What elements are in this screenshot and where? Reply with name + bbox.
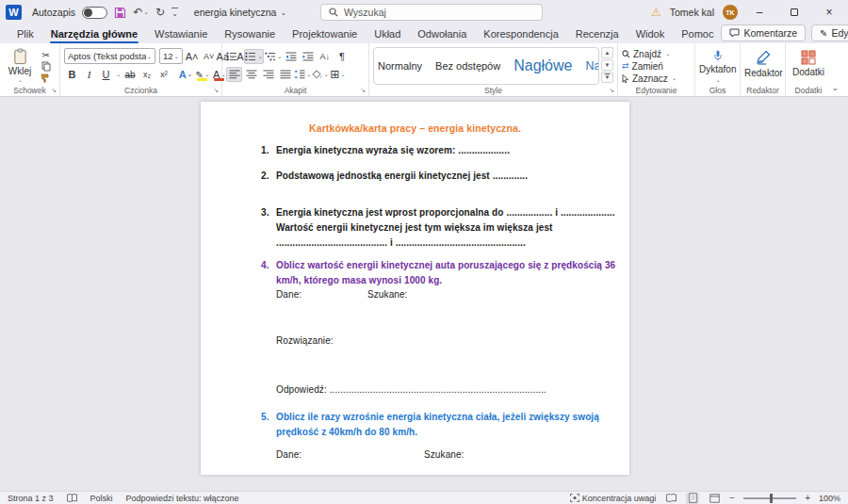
print-layout-button[interactable] bbox=[686, 493, 699, 504]
align-left-button[interactable] bbox=[226, 67, 242, 82]
align-center-button[interactable] bbox=[243, 67, 259, 82]
comments-button[interactable]: Komentarze bbox=[721, 24, 806, 41]
increase-indent-button[interactable] bbox=[300, 49, 316, 64]
style-no-spacing[interactable]: Bez odstępów bbox=[435, 60, 500, 72]
font-name-combo[interactable]: Aptos (Tekst podsta⌄ bbox=[64, 48, 155, 64]
borders-button[interactable]: ⊞⌄ bbox=[330, 67, 346, 82]
paste-button[interactable]: Wklej ⌄ bbox=[4, 47, 36, 84]
subscript-button[interactable]: x₂ bbox=[139, 67, 155, 82]
dialog-launcher-icon[interactable]: ↘ bbox=[51, 87, 57, 94]
dictate-button[interactable]: Dyktafon ⌄ bbox=[699, 47, 736, 84]
autosave-toggle[interactable] bbox=[82, 7, 107, 19]
line-spacing-button[interactable]: ⌄ bbox=[294, 67, 311, 82]
editing-mode-button[interactable]: ✎ Edycja ⌄ bbox=[811, 24, 848, 41]
style-heading1[interactable]: Nagłówe bbox=[514, 57, 572, 74]
tab-uklad[interactable]: Układ bbox=[367, 26, 408, 43]
addins-grid-icon bbox=[801, 50, 816, 65]
zoom-in-button[interactable]: + bbox=[805, 493, 810, 503]
strikethrough-button[interactable]: ab bbox=[122, 67, 138, 82]
cut-button[interactable]: ✂ bbox=[38, 49, 54, 60]
question-3: 3.Energia kinetyczna jest wprost proporc… bbox=[261, 207, 615, 218]
page-indicator[interactable]: Strona 1 z 3 bbox=[8, 494, 54, 503]
grow-font-button[interactable]: A˄ bbox=[184, 49, 200, 64]
text-predictions-indicator[interactable]: Podpowiedzi tekstu: włączone bbox=[126, 494, 239, 503]
tab-widok[interactable]: Widok bbox=[628, 26, 673, 43]
shrink-font-button[interactable]: A˅ bbox=[201, 49, 217, 64]
zoom-level[interactable]: 100% bbox=[819, 494, 840, 503]
dialog-launcher-icon[interactable]: ↘ bbox=[609, 87, 614, 94]
bullet-list-button[interactable]: ⌄ bbox=[226, 49, 243, 64]
chevron-down-icon: ⌄ bbox=[340, 71, 345, 78]
zoom-out-button[interactable]: − bbox=[729, 493, 735, 503]
bold-button[interactable]: B bbox=[64, 67, 80, 82]
tab-rysowanie[interactable]: Rysowanie bbox=[217, 26, 283, 43]
show-formatting-button[interactable]: ¶ bbox=[334, 49, 350, 64]
maximize-button[interactable] bbox=[781, 2, 807, 23]
italic-button[interactable]: I bbox=[81, 67, 97, 82]
style-heading2[interactable]: Nagłówek 2 bbox=[585, 59, 599, 73]
dialog-launcher-icon[interactable]: ↘ bbox=[213, 87, 219, 94]
minimize-button[interactable]: – bbox=[746, 2, 773, 23]
answer-line: Odpowiedź: .............................… bbox=[276, 384, 546, 395]
search-box[interactable]: Wyszukaj bbox=[320, 4, 543, 21]
customize-qat-button[interactable]: ⌄ bbox=[171, 8, 178, 18]
language-indicator[interactable]: Polski bbox=[90, 494, 113, 503]
read-mode-button[interactable] bbox=[664, 493, 677, 504]
font-size-combo[interactable]: 12⌄ bbox=[159, 48, 183, 64]
select-button[interactable]: Zaznacz ⌄ bbox=[622, 73, 677, 84]
borders-icon: ⊞ bbox=[330, 68, 339, 81]
format-painter-button[interactable] bbox=[38, 73, 54, 84]
shading-button[interactable]: ⌄ bbox=[312, 67, 328, 82]
highlight-button[interactable]: ✎⌄ bbox=[194, 67, 210, 82]
editor-button[interactable]: Redaktor bbox=[744, 47, 783, 84]
addins-button[interactable]: Dodatki bbox=[790, 47, 827, 84]
styles-more-button[interactable]: ▼ bbox=[601, 72, 613, 83]
search-icon bbox=[329, 8, 338, 17]
multilevel-list-button[interactable]: ⌄ bbox=[265, 49, 282, 64]
undo-button[interactable]: ↶⌄ bbox=[133, 6, 149, 19]
justify-button[interactable] bbox=[277, 67, 293, 82]
underline-button[interactable]: U bbox=[98, 67, 114, 82]
document-area[interactable]: Kartkówka/karta pracy – energia kinetycz… bbox=[0, 97, 848, 491]
find-button[interactable]: Znajdź ⌄ bbox=[622, 48, 677, 59]
web-layout-button[interactable] bbox=[708, 493, 721, 504]
text-effects-button[interactable]: A⌄ bbox=[177, 67, 193, 82]
tab-wstawianie[interactable]: Wstawianie bbox=[147, 26, 215, 43]
warning-icon[interactable]: ⚠ bbox=[651, 6, 661, 19]
word-logo-icon: W bbox=[6, 5, 22, 20]
tab-recenzja[interactable]: Recenzja bbox=[568, 26, 627, 43]
align-right-button[interactable] bbox=[260, 67, 276, 82]
close-button[interactable]: × bbox=[816, 2, 842, 23]
decrease-indent-button[interactable] bbox=[283, 49, 299, 64]
superscript-button[interactable]: x² bbox=[155, 67, 171, 82]
proofing-book-icon[interactable] bbox=[67, 494, 77, 502]
save-button[interactable] bbox=[114, 7, 126, 19]
numbered-list-button[interactable]: ⌄ bbox=[244, 49, 263, 64]
dialog-launcher-icon[interactable]: ↘ bbox=[360, 87, 366, 94]
sort-button[interactable]: A↓ bbox=[317, 49, 333, 64]
replace-button[interactable]: ⇄ Zamień bbox=[622, 60, 677, 72]
maximize-icon bbox=[791, 8, 798, 16]
tab-narzedzia-glowne[interactable]: Narzędzia główne bbox=[43, 26, 145, 43]
document-title[interactable]: energia kinetyczna ⌄ bbox=[194, 7, 286, 18]
avatar[interactable]: TK bbox=[723, 5, 738, 20]
zoom-slider[interactable] bbox=[743, 497, 796, 499]
tab-projektowanie[interactable]: Projektowanie bbox=[285, 26, 365, 43]
tab-korespondencja[interactable]: Korespondencja bbox=[476, 26, 566, 43]
collapse-ribbon-button[interactable]: ⌄ bbox=[831, 83, 839, 92]
style-normal[interactable]: Normalny bbox=[378, 60, 422, 72]
title-bar: W Autozapis ↶⌄ ↻ ⌄ energia kinetyczna ⌄ … bbox=[0, 0, 848, 24]
focus-button[interactable]: Koncentracja uwagi bbox=[570, 494, 657, 503]
redo-button[interactable]: ↻ bbox=[155, 6, 165, 19]
tab-pomoc[interactable]: Pomoc bbox=[674, 26, 721, 43]
tab-plik[interactable]: Plik bbox=[9, 26, 41, 43]
copy-button[interactable] bbox=[38, 60, 54, 72]
paragraph-mark-icon: ¶ bbox=[339, 51, 345, 62]
group-editor: Redaktor Redaktor bbox=[741, 43, 786, 96]
numbered-list-icon bbox=[245, 52, 256, 61]
tab-odwolania[interactable]: Odwołania bbox=[410, 26, 474, 43]
styles-scroll-down-button[interactable]: ▼ bbox=[601, 59, 613, 71]
zoom-slider-thumb[interactable] bbox=[770, 494, 773, 503]
document-page[interactable]: Kartkówka/karta pracy – energia kinetycz… bbox=[201, 102, 629, 475]
styles-scroll-up-button[interactable]: ▲ bbox=[601, 47, 613, 58]
